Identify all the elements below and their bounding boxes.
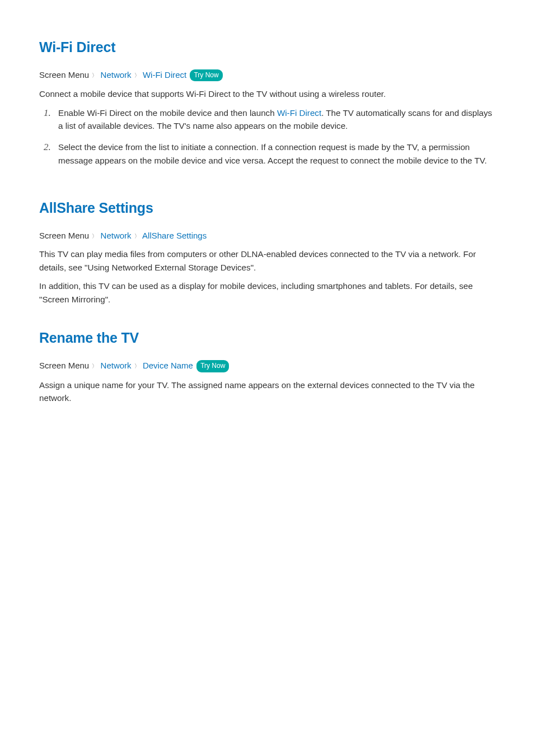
allshare-para-1: This TV can play media files from comput… bbox=[39, 248, 495, 274]
crumb-network[interactable]: Network bbox=[101, 70, 132, 80]
chevron-right-icon: 〉 bbox=[134, 362, 140, 371]
try-now-badge[interactable]: Try Now bbox=[196, 360, 229, 372]
step-text-pre: Enable Wi-Fi Direct on the mobile device… bbox=[58, 108, 277, 118]
section-heading-wifi-direct: Wi-Fi Direct bbox=[39, 36, 495, 58]
step-item: 2. Select the device from the list to in… bbox=[39, 141, 495, 167]
chevron-right-icon: 〉 bbox=[134, 232, 140, 241]
crumb-device-name[interactable]: Device Name bbox=[143, 361, 193, 370]
step-number: 2. bbox=[44, 141, 58, 167]
wifi-direct-intro: Connect a mobile device that supports Wi… bbox=[39, 87, 495, 101]
crumb-network[interactable]: Network bbox=[101, 361, 132, 370]
wifi-direct-steps: 1. Enable Wi-Fi Direct on the mobile dev… bbox=[39, 106, 495, 167]
section-heading-rename-tv: Rename the TV bbox=[39, 327, 495, 349]
breadcrumb-rename-tv: Screen Menu 〉 Network 〉 Device Name Try … bbox=[39, 359, 495, 373]
step-text: Enable Wi-Fi Direct on the mobile device… bbox=[58, 106, 495, 133]
crumb-prefix: Screen Menu bbox=[39, 361, 89, 370]
crumb-wifi-direct[interactable]: Wi-Fi Direct bbox=[143, 70, 186, 80]
step-number: 1. bbox=[44, 106, 58, 133]
chevron-right-icon: 〉 bbox=[92, 232, 97, 241]
allshare-para-2: In addition, this TV can be used as a di… bbox=[39, 279, 495, 306]
breadcrumb-wifi-direct: Screen Menu 〉 Network 〉 Wi-Fi Direct Try… bbox=[39, 68, 495, 82]
section-heading-allshare: AllShare Settings bbox=[39, 197, 495, 219]
crumb-network[interactable]: Network bbox=[101, 231, 132, 240]
try-now-badge[interactable]: Try Now bbox=[190, 69, 222, 82]
crumb-prefix: Screen Menu bbox=[39, 70, 89, 80]
breadcrumb-allshare: Screen Menu 〉 Network 〉 AllShare Setting… bbox=[39, 229, 495, 242]
step-item: 1. Enable Wi-Fi Direct on the mobile dev… bbox=[39, 106, 495, 133]
crumb-allshare-settings[interactable]: AllShare Settings bbox=[142, 231, 207, 240]
chevron-right-icon: 〉 bbox=[92, 71, 97, 80]
rename-tv-para: Assign a unique name for your TV. The as… bbox=[39, 379, 495, 405]
chevron-right-icon: 〉 bbox=[134, 71, 140, 80]
crumb-prefix: Screen Menu bbox=[39, 231, 89, 240]
chevron-right-icon: 〉 bbox=[92, 362, 97, 371]
inline-link-wifi-direct[interactable]: Wi-Fi Direct bbox=[277, 108, 321, 118]
step-text: Select the device from the list to initi… bbox=[58, 141, 495, 167]
